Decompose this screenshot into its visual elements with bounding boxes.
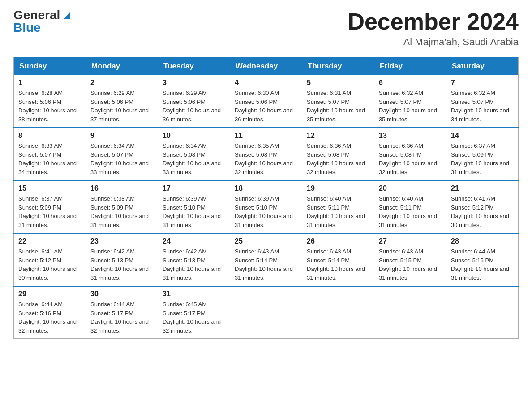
day-number: 11 bbox=[235, 132, 297, 140]
title-section: December 2024 Al Majma'ah, Saudi Arabia bbox=[348, 9, 519, 48]
day-info: Sunrise: 6:38 AM Sunset: 5:09 PM Dayligh… bbox=[90, 194, 153, 229]
column-header-wednesday: Wednesday bbox=[230, 57, 302, 76]
month-title: December 2024 bbox=[348, 9, 519, 34]
day-number: 23 bbox=[90, 237, 153, 245]
day-info: Sunrise: 6:41 AM Sunset: 5:12 PM Dayligh… bbox=[451, 194, 514, 229]
day-info: Sunrise: 6:29 AM Sunset: 5:06 PM Dayligh… bbox=[90, 89, 153, 124]
page-header: General Blue December 2024 Al Majma'ah, … bbox=[13, 9, 519, 48]
calendar-cell: 24 Sunrise: 6:42 AM Sunset: 5:13 PM Dayl… bbox=[158, 233, 230, 286]
day-number: 16 bbox=[90, 184, 153, 193]
day-number: 17 bbox=[163, 184, 225, 193]
day-number: 22 bbox=[18, 237, 81, 245]
svg-marker-0 bbox=[64, 12, 70, 19]
calendar-cell: 8 Sunrise: 6:33 AM Sunset: 5:07 PM Dayli… bbox=[14, 128, 86, 180]
calendar-week-row: 1 Sunrise: 6:28 AM Sunset: 5:06 PM Dayli… bbox=[14, 75, 519, 128]
day-number: 4 bbox=[235, 79, 297, 87]
day-info: Sunrise: 6:35 AM Sunset: 5:08 PM Dayligh… bbox=[235, 141, 297, 176]
day-info: Sunrise: 6:37 AM Sunset: 5:09 PM Dayligh… bbox=[451, 141, 514, 176]
column-header-tuesday: Tuesday bbox=[158, 57, 230, 76]
day-info: Sunrise: 6:44 AM Sunset: 5:15 PM Dayligh… bbox=[451, 247, 514, 282]
calendar-cell: 26 Sunrise: 6:43 AM Sunset: 5:14 PM Dayl… bbox=[302, 233, 374, 286]
day-number: 10 bbox=[163, 132, 225, 140]
day-number: 12 bbox=[307, 132, 369, 140]
calendar-cell: 1 Sunrise: 6:28 AM Sunset: 5:06 PM Dayli… bbox=[14, 75, 86, 128]
calendar-cell: 7 Sunrise: 6:32 AM Sunset: 5:07 PM Dayli… bbox=[446, 75, 519, 128]
calendar-cell bbox=[446, 286, 519, 339]
calendar-header-row: SundayMondayTuesdayWednesdayThursdayFrid… bbox=[14, 57, 519, 76]
day-info: Sunrise: 6:32 AM Sunset: 5:07 PM Dayligh… bbox=[451, 89, 514, 124]
day-number: 2 bbox=[90, 79, 153, 87]
column-header-friday: Friday bbox=[374, 57, 446, 76]
calendar-cell: 23 Sunrise: 6:42 AM Sunset: 5:13 PM Dayl… bbox=[86, 233, 158, 286]
calendar-cell: 11 Sunrise: 6:35 AM Sunset: 5:08 PM Dayl… bbox=[230, 128, 302, 180]
calendar-week-row: 8 Sunrise: 6:33 AM Sunset: 5:07 PM Dayli… bbox=[14, 128, 519, 180]
day-info: Sunrise: 6:29 AM Sunset: 5:06 PM Dayligh… bbox=[163, 89, 225, 124]
day-number: 25 bbox=[235, 237, 297, 245]
day-info: Sunrise: 6:40 AM Sunset: 5:11 PM Dayligh… bbox=[379, 194, 442, 229]
calendar-week-row: 29 Sunrise: 6:44 AM Sunset: 5:16 PM Dayl… bbox=[14, 286, 519, 339]
day-number: 20 bbox=[379, 184, 442, 193]
calendar-cell: 27 Sunrise: 6:43 AM Sunset: 5:15 PM Dayl… bbox=[374, 233, 446, 286]
calendar-cell: 5 Sunrise: 6:31 AM Sunset: 5:07 PM Dayli… bbox=[302, 75, 374, 128]
day-number: 28 bbox=[451, 237, 514, 245]
day-number: 7 bbox=[451, 79, 514, 87]
column-header-thursday: Thursday bbox=[302, 57, 374, 76]
calendar-cell: 13 Sunrise: 6:36 AM Sunset: 5:08 PM Dayl… bbox=[374, 128, 446, 180]
day-info: Sunrise: 6:37 AM Sunset: 5:09 PM Dayligh… bbox=[18, 194, 81, 229]
calendar-table: SundayMondayTuesdayWednesdayThursdayFrid… bbox=[13, 57, 519, 339]
day-info: Sunrise: 6:43 AM Sunset: 5:14 PM Dayligh… bbox=[235, 247, 297, 282]
calendar-cell: 14 Sunrise: 6:37 AM Sunset: 5:09 PM Dayl… bbox=[446, 128, 519, 180]
day-number: 15 bbox=[18, 184, 81, 193]
day-number: 30 bbox=[90, 290, 153, 298]
day-info: Sunrise: 6:42 AM Sunset: 5:13 PM Dayligh… bbox=[163, 247, 225, 282]
day-info: Sunrise: 6:33 AM Sunset: 5:07 PM Dayligh… bbox=[18, 141, 81, 176]
day-number: 18 bbox=[235, 184, 297, 193]
calendar-cell: 28 Sunrise: 6:44 AM Sunset: 5:15 PM Dayl… bbox=[446, 233, 519, 286]
day-number: 21 bbox=[451, 184, 514, 193]
day-info: Sunrise: 6:42 AM Sunset: 5:13 PM Dayligh… bbox=[90, 247, 153, 282]
day-info: Sunrise: 6:43 AM Sunset: 5:15 PM Dayligh… bbox=[379, 247, 442, 282]
calendar-cell: 22 Sunrise: 6:41 AM Sunset: 5:12 PM Dayl… bbox=[14, 233, 86, 286]
day-info: Sunrise: 6:34 AM Sunset: 5:08 PM Dayligh… bbox=[163, 141, 225, 176]
calendar-cell: 3 Sunrise: 6:29 AM Sunset: 5:06 PM Dayli… bbox=[158, 75, 230, 128]
calendar-cell: 2 Sunrise: 6:29 AM Sunset: 5:06 PM Dayli… bbox=[86, 75, 158, 128]
day-info: Sunrise: 6:30 AM Sunset: 5:06 PM Dayligh… bbox=[235, 89, 297, 124]
day-info: Sunrise: 6:32 AM Sunset: 5:07 PM Dayligh… bbox=[379, 89, 442, 124]
calendar-week-row: 22 Sunrise: 6:41 AM Sunset: 5:12 PM Dayl… bbox=[14, 233, 519, 286]
day-number: 14 bbox=[451, 132, 514, 140]
day-info: Sunrise: 6:28 AM Sunset: 5:06 PM Dayligh… bbox=[18, 89, 81, 124]
calendar-cell: 20 Sunrise: 6:40 AM Sunset: 5:11 PM Dayl… bbox=[374, 180, 446, 233]
day-info: Sunrise: 6:36 AM Sunset: 5:08 PM Dayligh… bbox=[379, 141, 442, 176]
day-info: Sunrise: 6:39 AM Sunset: 5:10 PM Dayligh… bbox=[163, 194, 225, 229]
calendar-cell: 25 Sunrise: 6:43 AM Sunset: 5:14 PM Dayl… bbox=[230, 233, 302, 286]
day-number: 13 bbox=[379, 132, 442, 140]
day-number: 9 bbox=[90, 132, 153, 140]
location-subtitle: Al Majma'ah, Saudi Arabia bbox=[348, 36, 519, 48]
day-number: 31 bbox=[163, 290, 225, 298]
logo-blue-text: Blue bbox=[13, 21, 41, 34]
calendar-cell bbox=[230, 286, 302, 339]
calendar-cell: 12 Sunrise: 6:36 AM Sunset: 5:08 PM Dayl… bbox=[302, 128, 374, 180]
column-header-sunday: Sunday bbox=[14, 57, 86, 76]
calendar-cell: 15 Sunrise: 6:37 AM Sunset: 5:09 PM Dayl… bbox=[14, 180, 86, 233]
day-info: Sunrise: 6:36 AM Sunset: 5:08 PM Dayligh… bbox=[307, 141, 369, 176]
day-number: 8 bbox=[18, 132, 81, 140]
day-info: Sunrise: 6:43 AM Sunset: 5:14 PM Dayligh… bbox=[307, 247, 369, 282]
day-number: 1 bbox=[18, 79, 81, 87]
day-info: Sunrise: 6:44 AM Sunset: 5:16 PM Dayligh… bbox=[18, 300, 81, 335]
day-number: 27 bbox=[379, 237, 442, 245]
day-number: 24 bbox=[163, 237, 225, 245]
calendar-cell: 29 Sunrise: 6:44 AM Sunset: 5:16 PM Dayl… bbox=[14, 286, 86, 339]
day-info: Sunrise: 6:40 AM Sunset: 5:11 PM Dayligh… bbox=[307, 194, 369, 229]
calendar-cell: 31 Sunrise: 6:45 AM Sunset: 5:17 PM Dayl… bbox=[158, 286, 230, 339]
logo-general-text: General bbox=[13, 9, 60, 21]
day-info: Sunrise: 6:34 AM Sunset: 5:07 PM Dayligh… bbox=[90, 141, 153, 176]
logo-triangle-icon bbox=[62, 10, 72, 20]
calendar-cell: 10 Sunrise: 6:34 AM Sunset: 5:08 PM Dayl… bbox=[158, 128, 230, 180]
column-header-saturday: Saturday bbox=[446, 57, 519, 76]
calendar-cell: 6 Sunrise: 6:32 AM Sunset: 5:07 PM Dayli… bbox=[374, 75, 446, 128]
day-number: 5 bbox=[307, 79, 369, 87]
calendar-cell: 18 Sunrise: 6:39 AM Sunset: 5:10 PM Dayl… bbox=[230, 180, 302, 233]
calendar-cell: 21 Sunrise: 6:41 AM Sunset: 5:12 PM Dayl… bbox=[446, 180, 519, 233]
calendar-cell: 17 Sunrise: 6:39 AM Sunset: 5:10 PM Dayl… bbox=[158, 180, 230, 233]
